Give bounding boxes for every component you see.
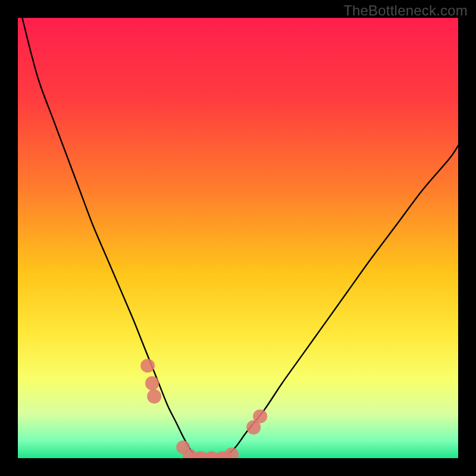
attribution-label: TheBottleneck.com [343,2,468,19]
bottleneck-curve [18,18,458,458]
curve-marker [148,390,162,404]
curve-marker [224,447,239,458]
curve-marker [145,376,159,390]
curve-marker [140,359,155,373]
curve-marker [253,409,267,424]
chart-frame: TheBottleneck.com [0,0,476,476]
plot-area [18,18,458,458]
